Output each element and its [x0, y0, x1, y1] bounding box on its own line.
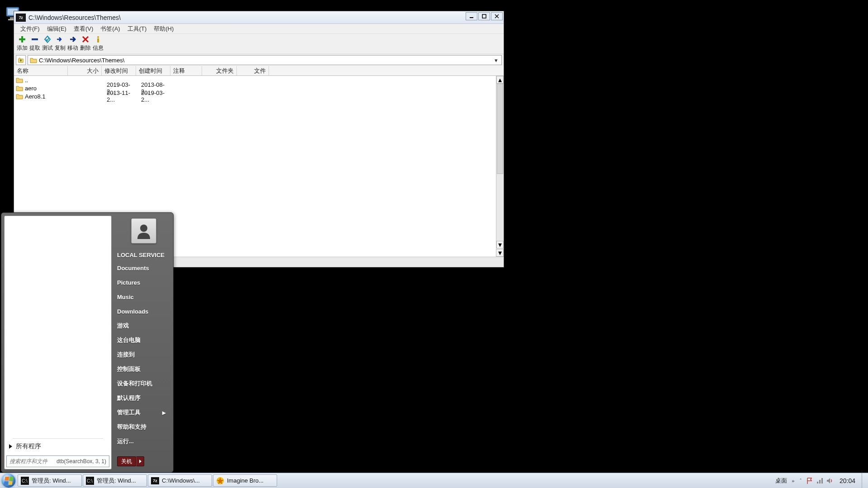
app-icon: 7z	[16, 14, 26, 22]
toolbar-move-button[interactable]: 移动	[66, 35, 79, 53]
test-icon	[43, 35, 52, 44]
delete-icon	[81, 35, 90, 44]
column-header-name[interactable]: 名称	[14, 66, 68, 75]
folder-icon	[30, 56, 37, 64]
toolbar-delete-button[interactable]: 删除	[79, 35, 92, 53]
taskbar-button-cmd2[interactable]: C:\管理员: Wind...	[83, 474, 147, 487]
toolbar-extract-button[interactable]: 提取	[28, 35, 41, 53]
column-header-modified[interactable]: 修改时间	[102, 66, 136, 75]
toolbar-copy-button[interactable]: 复制	[54, 35, 66, 53]
address-bar: C:\Windows\Resources\Themes\ ▾	[14, 54, 504, 66]
toolbar-add-button[interactable]: 添加	[16, 35, 28, 53]
all-programs-button[interactable]: 所有程序	[13, 438, 103, 454]
column-header-size[interactable]: 大小	[68, 66, 102, 75]
start-menu-programs-list[interactable]	[5, 216, 111, 438]
column-header-folders[interactable]: 文件夹	[202, 66, 237, 75]
start-item-label: 管理工具	[117, 408, 141, 417]
network-icon[interactable]	[816, 477, 823, 484]
maximize-button[interactable]	[478, 12, 490, 20]
toolbar-info-label: 信息	[93, 44, 104, 52]
titlebar[interactable]: 7z C:\Windows\Resources\Themes\	[14, 11, 504, 24]
tray-overflow-icon[interactable]: ˆ	[799, 478, 802, 483]
toolbar-test-label: 测试	[42, 44, 53, 52]
menu-编辑(E)[interactable]: 编辑(E)	[43, 25, 70, 33]
start-item-pictures[interactable]: Pictures	[117, 275, 170, 290]
shutdown-button[interactable]: 关机	[117, 456, 136, 466]
start-item-music[interactable]: Music	[117, 290, 170, 304]
taskbar-button-label: Imagine Bro...	[227, 477, 264, 484]
file-row[interactable]: Aero8.12013-11-2...2019-03-2...	[14, 92, 173, 100]
menu-工具(T)[interactable]: 工具(T)	[124, 25, 151, 33]
file-name: aero	[25, 85, 70, 92]
folder-icon	[16, 93, 23, 100]
chevron-right-icon	[139, 460, 142, 463]
column-header-files[interactable]: 文件	[237, 66, 269, 75]
svg-text:C:\: C:\	[87, 479, 93, 483]
file-modified: 2013-11-2...	[104, 89, 138, 103]
start-user-name[interactable]: LOCAL SERVICE	[117, 249, 170, 261]
svg-rect-5	[482, 14, 486, 18]
start-item-label: 游戏	[117, 322, 129, 330]
svg-point-15	[140, 225, 147, 232]
show-desktop-button[interactable]	[862, 473, 866, 488]
close-button[interactable]	[491, 12, 503, 20]
scroll-down-corner-icon[interactable]: ▾	[496, 249, 504, 257]
toolbar-overflow-icon[interactable]: »	[791, 478, 795, 483]
file-created: 2019-03-2...	[138, 89, 173, 103]
address-field[interactable]: C:\Windows\Resources\Themes\ ▾	[28, 55, 502, 65]
start-menu: 所有程序 搜索程序和文件 dtb(SearchBox, 3, 1) LOCAL …	[1, 212, 174, 473]
shutdown-group: 关机	[117, 456, 146, 467]
start-item-label: Downloads	[117, 308, 148, 315]
show-desktop-label[interactable]: 桌面	[775, 477, 787, 485]
start-item-computer[interactable]: 这台电脑	[117, 333, 170, 347]
start-item-label: 帮助和支持	[117, 423, 146, 431]
shutdown-menu-button[interactable]	[136, 456, 144, 466]
taskbar-button-label: 管理员: Wind...	[97, 477, 136, 485]
start-item-admintools[interactable]: 管理工具▶	[117, 405, 170, 420]
start-item-documents[interactable]: Documents	[117, 261, 170, 275]
start-item-label: 运行...	[117, 437, 134, 446]
taskbar: C:\管理员: Wind...C:\管理员: Wind...7zC:\Windo…	[0, 473, 868, 488]
menu-帮助(H)[interactable]: 帮助(H)	[150, 25, 177, 33]
add-icon	[18, 35, 26, 44]
toolbar-test-button[interactable]: 测试	[41, 35, 54, 53]
taskbar-button-cmd1[interactable]: C:\管理员: Wind...	[18, 474, 82, 487]
column-header-created[interactable]: 创建时间	[136, 66, 170, 75]
start-menu-search-input[interactable]: 搜索程序和文件 dtb(SearchBox, 3, 1)	[6, 455, 109, 467]
flag-icon[interactable]	[806, 477, 813, 484]
start-item-games[interactable]: 游戏	[117, 319, 170, 333]
cmd-icon: C:\	[21, 477, 29, 485]
menu-查看(V)[interactable]: 查看(V)	[70, 25, 97, 33]
taskbar-button-7z[interactable]: 7zC:\Windows\...	[148, 474, 212, 487]
scroll-down-icon[interactable]: ▾	[496, 241, 504, 249]
menu-文件(F)[interactable]: 文件(F)	[17, 25, 43, 33]
chevron-right-icon: ▶	[162, 410, 166, 415]
column-header-comment[interactable]: 注释	[170, 66, 202, 75]
start-item-defaults[interactable]: 默认程序	[117, 391, 170, 405]
shutdown-label: 关机	[121, 458, 132, 465]
start-item-connect[interactable]: 连接到	[117, 347, 170, 362]
up-button[interactable]	[16, 55, 26, 65]
volume-icon[interactable]	[826, 477, 833, 484]
start-item-label: 控制面板	[117, 365, 141, 373]
user-avatar[interactable]	[131, 218, 156, 244]
menu-书签(A)[interactable]: 书签(A)	[97, 25, 123, 33]
minimize-button[interactable]	[466, 12, 477, 20]
start-button[interactable]	[0, 473, 17, 488]
svg-rect-9	[19, 38, 25, 40]
start-item-control[interactable]: 控制面板	[117, 362, 170, 376]
chevron-right-icon	[9, 444, 12, 449]
start-item-devices[interactable]: 设备和打印机	[117, 376, 170, 391]
info-icon	[94, 35, 102, 44]
address-dropdown-icon[interactable]: ▾	[492, 57, 500, 64]
taskbar-button-imagine[interactable]: Imagine Bro...	[213, 474, 277, 487]
file-name: Aero8.1	[25, 93, 70, 100]
toolbar-info-button[interactable]: 信息	[92, 35, 104, 53]
start-item-help[interactable]: 帮助和支持	[117, 420, 170, 434]
start-item-run[interactable]: 运行...	[117, 434, 170, 449]
scroll-up-icon[interactable]: ▴	[496, 76, 504, 84]
vertical-scrollbar[interactable]: ▴ ▾	[496, 76, 504, 249]
start-item-downloads[interactable]: Downloads	[117, 304, 170, 319]
taskbar-clock[interactable]: 20:04	[837, 477, 858, 484]
scroll-thumb[interactable]	[497, 84, 503, 174]
